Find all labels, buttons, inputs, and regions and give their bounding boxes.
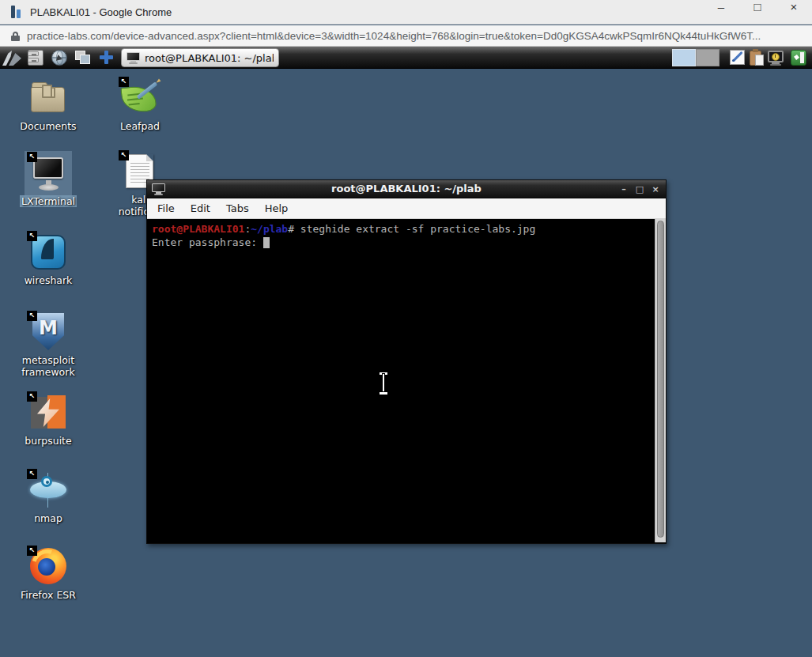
browser-maximize-button[interactable]: □ <box>739 0 776 25</box>
icon-label: Firefox ESR <box>13 589 84 601</box>
icon-label: Documents <box>13 120 84 132</box>
shortcut-badge-icon <box>119 150 129 160</box>
workspace-1[interactable] <box>672 49 696 66</box>
shortcut-badge-icon <box>27 231 37 241</box>
browser-address-bar[interactable]: practice-labs.com/device-advanced.aspx?c… <box>0 25 812 47</box>
lxterminal-icon <box>29 154 67 192</box>
mouse-cursor-ibeam <box>379 372 388 395</box>
kali-menu-icon[interactable] <box>2 48 22 67</box>
desktop-icon-nmap[interactable]: nmap <box>13 471 84 524</box>
metasploit-icon: M <box>29 313 67 351</box>
shortcut-badge-icon <box>119 77 129 87</box>
desktop-icon-wireshark[interactable]: wireshark <box>13 233 84 286</box>
prompt-path: ~/plab <box>251 223 288 235</box>
terminal-content[interactable]: root@PLABKALI01:~/plab# steghide extract… <box>147 219 666 542</box>
desktop-icon-leafpad[interactable]: Leafpad <box>104 79 176 132</box>
terminal-window[interactable]: root@PLABKALI01: ~/plab – □ × File Edit … <box>146 179 667 544</box>
screensaver-clock-icon[interactable] <box>767 49 784 66</box>
terminal-icon <box>127 52 140 64</box>
web-browser-icon[interactable] <box>50 48 70 67</box>
terminal-title: root@PLABKALI01: ~/plab <box>147 183 666 194</box>
kali-desktop[interactable]: root@PLABKALI01: ~/plab Documents <box>0 47 812 657</box>
command-text: steghide extract -sf practice-labs.jpg <box>300 223 535 235</box>
prompt-user-host: root@PLABKALI01 <box>152 223 244 235</box>
shortcut-badge-icon <box>27 546 37 556</box>
workspace-pager[interactable] <box>672 49 719 66</box>
shortcut-badge-icon <box>27 152 37 162</box>
browser-minimize-button[interactable]: – <box>703 0 739 25</box>
folder-icon <box>29 79 67 117</box>
scrollbar-thumb[interactable] <box>657 221 664 538</box>
prompt-suffix: # <box>288 223 300 235</box>
menu-tabs[interactable]: Tabs <box>218 199 257 217</box>
shortcut-badge-icon <box>27 311 37 321</box>
logout-icon[interactable] <box>790 49 807 66</box>
menu-file[interactable]: File <box>149 199 183 217</box>
menu-help[interactable]: Help <box>257 199 296 217</box>
stdout-text: Enter passphrase: <box>152 236 263 248</box>
terminal-text: root@PLABKALI01:~/plab# steghide extract… <box>152 222 650 249</box>
browser-titlebar: PLABKALI01 - Google Chrome – □ × <box>0 0 812 25</box>
new-item-icon[interactable] <box>96 48 117 67</box>
terminal-maximize-button[interactable]: □ <box>634 184 645 194</box>
shortcut-badge-icon <box>27 391 37 402</box>
desktop-icon-documents[interactable]: Documents <box>13 79 84 132</box>
clipboard-manager-icon[interactable] <box>748 49 765 66</box>
terminal-menubar: File Edit Tabs Help <box>147 198 666 219</box>
icon-label: metasploit framework <box>13 354 84 378</box>
terminal-scrollbar[interactable] <box>655 219 666 542</box>
taskbar: root@PLABKALI01: ~/plab <box>0 47 812 69</box>
desktop-icon-burpsuite[interactable]: burpsuite <box>13 394 84 447</box>
menu-edit[interactable]: Edit <box>183 199 218 217</box>
firefox-icon <box>29 548 67 586</box>
lock-icon[interactable] <box>11 32 20 41</box>
shortcut-badge-icon <box>27 469 37 479</box>
iconify-windows-icon[interactable] <box>74 48 94 67</box>
terminal-close-button[interactable]: × <box>650 184 661 194</box>
icon-label: wireshark <box>13 274 84 286</box>
desktop-icon-firefox-esr[interactable]: Firefox ESR <box>13 548 84 601</box>
browser-window-title: PLABKALI01 - Google Chrome <box>30 6 172 18</box>
task-button-label: root@PLABKALI01: ~/plab <box>145 52 274 64</box>
desktop-icon-metasploit[interactable]: M metasploit framework <box>13 313 84 378</box>
browser-close-button[interactable]: × <box>776 0 812 25</box>
icon-label: LXTerminal <box>13 195 84 207</box>
workspace-2[interactable] <box>696 49 719 66</box>
icon-label: Leafpad <box>104 120 176 132</box>
terminal-cursor <box>263 237 270 248</box>
burpsuite-icon <box>29 394 67 432</box>
url-text[interactable]: practice-labs.com/device-advanced.aspx?c… <box>27 30 761 42</box>
taskbar-task-button[interactable]: root@PLABKALI01: ~/plab <box>121 48 279 67</box>
screenshot-tool-icon[interactable] <box>729 49 746 66</box>
icon-label: nmap <box>13 512 84 524</box>
terminal-minimize-button[interactable]: – <box>618 184 629 194</box>
site-favicon <box>10 6 23 18</box>
icon-label: burpsuite <box>13 435 84 447</box>
terminal-titlebar[interactable]: root@PLABKALI01: ~/plab – □ × <box>147 180 666 198</box>
file-manager-icon[interactable] <box>26 48 47 67</box>
desktop-icon-lxterminal[interactable]: LXTerminal <box>13 154 84 207</box>
nmap-icon <box>29 471 67 509</box>
wireshark-icon <box>29 233 67 271</box>
leafpad-icon <box>121 79 159 117</box>
